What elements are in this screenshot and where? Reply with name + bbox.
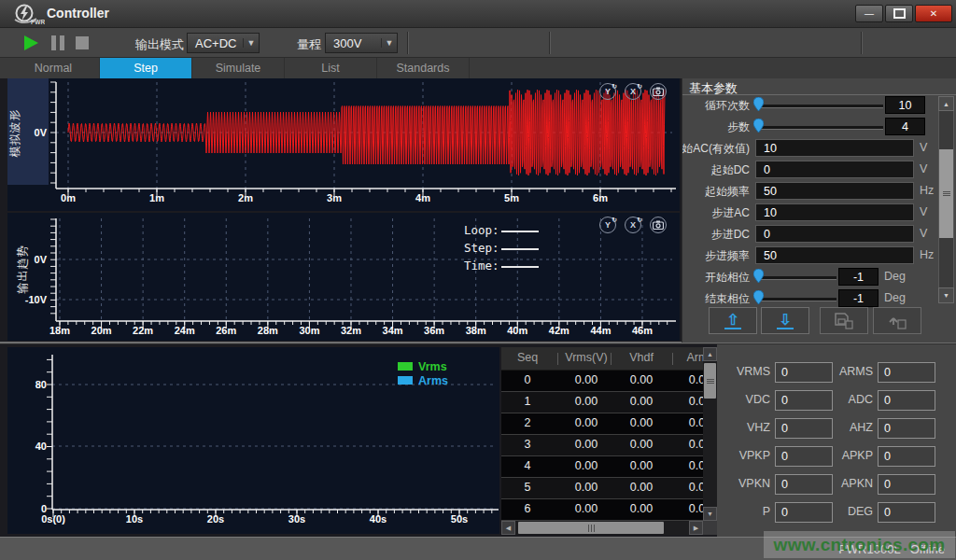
param-label-wrap: 始AC(有效值) [682,141,750,156]
wave-plot: 0m1m2m3m4m5m6m0V [7,78,680,211]
table-cell: 0.00 [669,459,703,472]
meas-label-wrap: AHZ [834,421,873,436]
svg-text:38m: 38m [466,325,486,336]
scroll-down-button[interactable]: ▼ [703,507,717,521]
snapshot-icon[interactable] [650,83,667,100]
scroll-down-button[interactable]: ▼ [938,287,954,303]
trend-overlay: Loop:Step:Time: [464,221,539,274]
meas-value-vhz[interactable]: 0 [775,418,833,439]
x-autoscale-icon[interactable]: X↻ [625,217,641,233]
table-cell: 0.00 [613,502,669,515]
table-row[interactable]: 40.000.000.00 [501,456,703,478]
close-button[interactable]: ✕ [915,5,952,22]
range-select[interactable]: 300V ▼ [325,33,398,53]
minimize-button[interactable]: — [855,5,883,22]
table-row[interactable]: 10.000.000.00 [501,392,703,413]
y-autoscale-icon[interactable]: Y↻ [599,217,616,233]
param-input[interactable]: 0 [755,225,914,243]
table-row[interactable]: 60.000.000.00 [501,499,703,521]
grip-line [594,525,595,532]
watermark-text: www.cntronics.com [774,535,946,555]
param-input[interactable]: 10 [755,139,914,157]
waveform-path [68,90,665,175]
snapshot-icon[interactable] [650,217,667,233]
meas-value-vpkp[interactable]: 0 [775,446,833,467]
svg-text:26m: 26m [216,325,236,336]
meas-value-vdc[interactable]: 0 [775,390,833,411]
scroll-up-button[interactable]: ▲ [938,96,954,111]
svg-text:20s: 20s [207,513,224,525]
download-button[interactable]: ⇩ [761,307,809,334]
table-cell: 0.00 [613,395,669,408]
meas-label-apkp: APKP [842,449,873,462]
column-header-seq: Seq [501,351,554,364]
meas-value-p[interactable]: 0 [775,502,833,523]
scroll-thumb[interactable] [939,149,953,238]
param-label: 开始相位 [705,270,750,286]
tab-normal[interactable]: Normal [7,58,100,78]
param-slider-thumb[interactable] [753,290,764,308]
meas-value-deg[interactable]: 0 [878,502,935,523]
upload-button[interactable]: ⇧ [709,307,757,334]
tab-standards[interactable]: Standards [377,58,470,78]
param-input[interactable]: 50 [755,246,914,264]
scroll-right-button[interactable]: ▶ [689,521,703,535]
table-cell: 0.00 [558,502,614,515]
trend-overlay-dash [501,248,539,250]
y-autoscale-icon[interactable]: Y↻ [599,83,616,100]
output-mode-select[interactable]: AC+DC ▼ [187,33,260,53]
scroll-thumb[interactable] [704,363,716,399]
trend-axes [50,218,676,329]
scroll-thumb[interactable] [518,522,664,534]
grip-line [707,379,714,380]
param-slider-track[interactable] [757,276,836,280]
table-row[interactable]: 50.000.000.00 [501,478,703,499]
save-file-button [820,307,868,334]
grip-line [591,525,592,532]
scroll-left-button[interactable]: ◀ [501,521,515,535]
scroll-up-button[interactable]: ▲ [703,347,717,361]
meas-value-vrms[interactable]: 0 [775,362,833,383]
measurement-row: VRMS0ARMS0 [717,362,956,383]
table-cell: 0.00 [558,481,614,494]
svg-text:22m: 22m [133,325,153,336]
param-slider-thumb[interactable] [753,119,764,136]
meas-value-adc[interactable]: 0 [878,390,935,411]
svg-text:0m: 0m [61,192,76,203]
maximize-icon [893,8,906,19]
param-input[interactable]: 0 [755,161,914,178]
stop-button[interactable] [76,36,89,49]
param-unit: Deg [884,291,906,304]
table-row[interactable]: 20.000.000.00 [501,413,703,435]
param-input[interactable]: 10 [755,203,914,221]
maximize-button[interactable] [885,5,913,22]
param-slider-track[interactable] [757,298,836,301]
grip-line [943,195,950,196]
scrollbar-corner [703,521,717,535]
meas-value-arms[interactable]: 0 [878,362,935,383]
legend-swatch [398,362,413,371]
table-body: 00.000.000.0010.000.000.0020.000.000.003… [501,371,703,521]
param-slider-track[interactable] [757,105,883,108]
param-slider-thumb[interactable] [753,269,764,287]
meas-value-vpkn[interactable]: 0 [775,474,833,495]
meas-value-ahz[interactable]: 0 [878,418,935,439]
table-row[interactable]: 00.000.000.00 [501,371,703,392]
table-row[interactable]: 30.000.000.00 [501,435,703,456]
svg-text:42m: 42m [549,325,569,336]
tab-simulate[interactable]: Simulate [192,58,285,78]
tab-step[interactable]: Step [100,58,192,78]
meas-label-wrap: APKN [834,477,873,492]
param-input[interactable]: 50 [755,182,914,200]
x-autoscale-icon[interactable]: X↻ [625,83,641,100]
tab-list[interactable]: List [285,58,377,78]
param-slider-track[interactable] [757,126,883,130]
param-slider-thumb[interactable] [753,97,764,115]
run-button[interactable] [24,35,38,50]
trend-plot: 18m20m22m24m26m28m30m32m34m36m38m40m42m4… [7,213,680,341]
param-label-wrap: 步进AC [682,205,750,220]
meas-value-apkn[interactable]: 0 [878,474,935,495]
param-label-wrap: 开始相位 [682,270,750,285]
pause-button[interactable] [51,35,64,50]
meas-value-apkp[interactable]: 0 [878,446,935,467]
